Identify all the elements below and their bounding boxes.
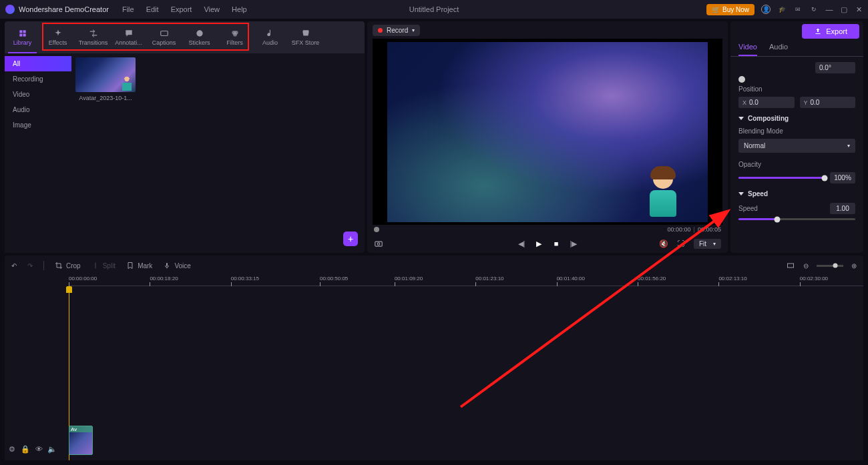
preview-viewport[interactable]: [373, 39, 722, 225]
library-panel: Library Effects Transitions Annotati... …: [5, 21, 365, 253]
zoom-in-button[interactable]: ⊕: [851, 262, 857, 270]
buy-now-button[interactable]: 🛒 Buy Now: [706, 4, 754, 15]
sidebar-item-all[interactable]: All: [5, 56, 71, 71]
svg-rect-3: [23, 34, 25, 37]
undo-button[interactable]: ↶: [11, 262, 17, 270]
position-x-input[interactable]: X0.0: [738, 97, 795, 108]
tab-library[interactable]: Library: [5, 21, 40, 53]
timeline-ruler[interactable]: 00:00:00:00 00:00:18:20 00:00:33:15 00:0…: [69, 276, 863, 286]
sidebar-item-audio[interactable]: Audio: [5, 102, 71, 117]
blending-label: Blending Mode: [738, 127, 855, 135]
tab-filters[interactable]: Filters: [217, 21, 252, 53]
menu-file[interactable]: File: [122, 5, 134, 13]
position-label: Position: [738, 85, 855, 93]
mute-button[interactable]: 🔇: [659, 239, 668, 248]
svg-rect-0: [19, 30, 22, 33]
media-thumbnail[interactable]: [75, 57, 136, 92]
account-icon[interactable]: 👤: [761, 5, 771, 14]
record-label: Record: [387, 27, 408, 34]
track-header: ⚙ 🔒 👁 🔈: [5, 286, 69, 460]
zoom-slider[interactable]: [817, 265, 843, 267]
timeline-toolbar: ↶ ↷ Crop Split Mark Voice ⊖ ⊕: [5, 256, 863, 276]
project-title: Untitled Project: [409, 5, 459, 13]
seek-handle[interactable]: [374, 227, 379, 232]
play-button[interactable]: ▶: [534, 239, 544, 248]
timeline-clip[interactable]: Av: [69, 426, 93, 455]
speed-header[interactable]: Speed: [738, 190, 855, 197]
tab-effects[interactable]: Effects: [40, 21, 75, 53]
sidebar-item-recording[interactable]: Recording: [5, 71, 71, 87]
tab-transitions[interactable]: Transitions: [75, 21, 111, 53]
tab-annotations[interactable]: Annotati...: [111, 21, 146, 53]
academy-icon[interactable]: 🎓: [777, 5, 787, 14]
menu-edit[interactable]: Edit: [146, 5, 159, 13]
export-button[interactable]: Export: [802, 24, 859, 39]
prev-frame-button[interactable]: ◀|: [517, 239, 526, 248]
speed-label: Speed: [738, 205, 758, 212]
zoom-out-button[interactable]: ⊖: [803, 262, 809, 270]
sidebar-item-image[interactable]: Image: [5, 117, 71, 133]
menu-help[interactable]: Help: [232, 5, 247, 13]
sidebar-item-video[interactable]: Video: [5, 87, 71, 102]
compositing-header[interactable]: Compositing: [738, 115, 855, 122]
tracks-area[interactable]: Av: [69, 286, 863, 460]
rotation-value[interactable]: 0.0°: [815, 62, 855, 73]
svg-point-8: [233, 33, 237, 37]
opacity-value[interactable]: 100%: [830, 172, 855, 183]
add-media-button[interactable]: +: [343, 231, 358, 246]
opacity-slider[interactable]: [738, 177, 825, 179]
menu-view[interactable]: View: [204, 5, 220, 13]
redo-button[interactable]: ↷: [27, 262, 33, 270]
media-label: Avatar_2023-10-1...: [75, 95, 136, 101]
mark-tool[interactable]: Mark: [126, 262, 152, 270]
next-frame-button[interactable]: |▶: [569, 239, 578, 248]
fit-dropdown[interactable]: Fit ▾: [694, 239, 721, 249]
position-y-input[interactable]: Y0.0: [800, 97, 856, 108]
caret-down-icon: [738, 117, 744, 120]
snapshot-button[interactable]: [374, 239, 383, 248]
prop-tab-audio[interactable]: Audio: [769, 43, 788, 56]
crop-tool[interactable]: Crop: [55, 262, 81, 270]
tab-captions[interactable]: Captions: [146, 21, 182, 53]
app-logo-icon: [5, 5, 15, 14]
blending-mode-dropdown[interactable]: Normal ▾: [738, 139, 855, 153]
track-lock-button[interactable]: 🔒: [21, 444, 30, 454]
message-icon[interactable]: ✉: [793, 5, 803, 14]
track-settings-button[interactable]: ⚙: [7, 444, 17, 454]
caret-down-icon: [738, 192, 744, 195]
tab-sfx-store[interactable]: SFX Store: [288, 21, 323, 53]
track-visibility-button[interactable]: 👁: [34, 444, 43, 454]
fullscreen-button[interactable]: ⛶: [676, 239, 686, 248]
svg-rect-11: [166, 263, 168, 266]
prop-tab-video[interactable]: Video: [738, 43, 757, 56]
refresh-icon[interactable]: ↻: [809, 5, 819, 14]
voice-tool[interactable]: Voice: [163, 262, 190, 270]
speed-value[interactable]: 1.00: [830, 203, 855, 214]
chevron-down-icon: ▾: [412, 27, 415, 33]
svg-rect-12: [788, 264, 794, 268]
record-dropdown[interactable]: Record ▾: [373, 25, 420, 36]
stop-button[interactable]: ■: [552, 239, 561, 248]
properties-panel: Export Video Audio 0.0° Position X0.0 Y0…: [730, 21, 863, 253]
title-bar: Wondershare DemoCreator File Edit Export…: [0, 0, 868, 19]
clip-label: Av: [69, 426, 92, 432]
avatar-figure: [645, 169, 681, 218]
close-button[interactable]: ✕: [855, 5, 863, 13]
buy-now-label: Buy Now: [722, 6, 749, 13]
cart-icon: 🛒: [712, 6, 720, 13]
speed-slider[interactable]: [738, 218, 855, 220]
tab-stickers[interactable]: Stickers: [182, 21, 217, 53]
split-tool[interactable]: Split: [91, 262, 116, 270]
main-menu: File Edit Export View Help: [122, 5, 247, 13]
media-item[interactable]: Avatar_2023-10-1...: [75, 57, 136, 101]
aspect-button[interactable]: [786, 262, 795, 270]
tab-audio[interactable]: Audio: [252, 21, 288, 53]
track-mute-button[interactable]: 🔈: [47, 444, 57, 454]
maximize-button[interactable]: ▢: [840, 5, 848, 13]
menu-export[interactable]: Export: [171, 5, 192, 13]
minimize-button[interactable]: —: [825, 5, 833, 13]
record-dot-icon: [378, 28, 383, 33]
preview-seekbar[interactable]: 00:00:00 | 00:00:05: [367, 225, 728, 234]
preview-panel: Record ▾ 00:00:00 | 00:00:05: [367, 21, 728, 253]
svg-point-10: [377, 243, 380, 246]
